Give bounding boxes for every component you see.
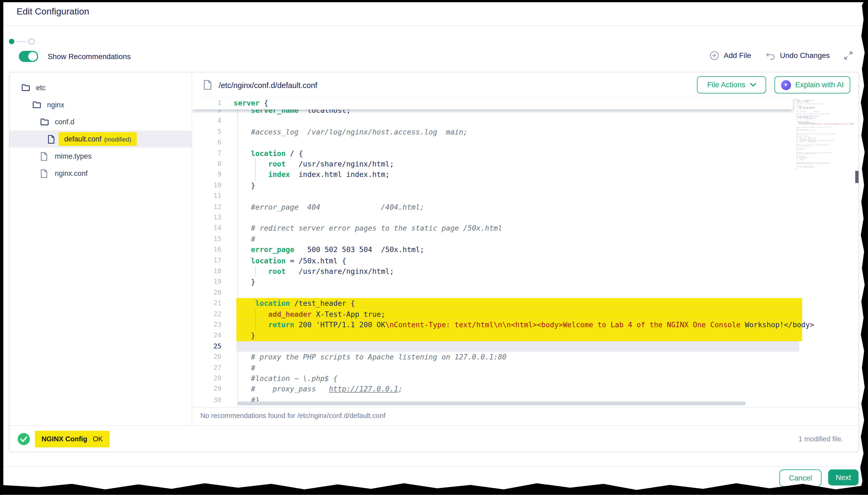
screenshot-edge-left bbox=[0, 0, 3, 495]
modified-files-note: 1 modified file. bbox=[798, 435, 843, 443]
expand-icon bbox=[844, 52, 852, 60]
code-line-21[interactable]: 21 location /test_header { bbox=[192, 298, 859, 309]
nginx-config-status-badge: NGINX Config OK bbox=[35, 431, 109, 447]
tree-item-label: mime.types bbox=[55, 152, 92, 160]
code-line-20[interactable]: 20 bbox=[192, 288, 859, 298]
undo-changes-button[interactable]: Undo Changes bbox=[766, 51, 830, 60]
file-path: /etc/nginx/conf.d/default.conf bbox=[219, 81, 317, 89]
folder-icon bbox=[21, 83, 30, 92]
code-line-9[interactable]: 9 index index.html index.htm; bbox=[192, 169, 859, 180]
tree-item-label: conf.d bbox=[55, 118, 75, 126]
code-line-13[interactable]: 13 bbox=[192, 212, 859, 223]
file-icon bbox=[203, 80, 212, 90]
code-line-10[interactable]: 10 } bbox=[192, 180, 859, 191]
footer-divider bbox=[3, 466, 861, 466]
edit-configuration-dialog: Edit Configuration Show Recommendations … bbox=[0, 0, 868, 495]
sticky-scope-line: 1server { bbox=[192, 98, 793, 109]
config-editor-panel: etcnginxconf.ddefault.conf(modified)mime… bbox=[9, 72, 859, 452]
tree-item-default-conf[interactable]: default.conf(modified) bbox=[10, 131, 192, 148]
status-value: OK bbox=[93, 435, 103, 443]
code-line-18[interactable]: 18 root /usr/share/nginx/html; bbox=[192, 266, 859, 277]
code-line-26[interactable]: 26 # proxy the PHP scripts to Apache lis… bbox=[192, 352, 859, 362]
step-connector bbox=[16, 41, 27, 42]
code-line-5[interactable]: 5 #access_log /var/log/nginx/host.access… bbox=[192, 126, 859, 137]
step-2-dot bbox=[28, 38, 35, 45]
explain-with-ai-button[interactable]: ✦ Explain with AI bbox=[774, 76, 850, 93]
code-line-22[interactable]: 22 add_header X-Test-App true; bbox=[192, 309, 859, 320]
toggle-knob bbox=[28, 52, 37, 61]
code-line-29[interactable]: 29 # proxy_pass http://127.0.0.1; bbox=[192, 384, 859, 395]
modified-suffix: (modified) bbox=[104, 136, 131, 143]
code-line-17[interactable]: 17 location = /50x.html { bbox=[192, 255, 859, 266]
success-check-icon bbox=[18, 433, 30, 445]
file-actions-button[interactable]: File Actions bbox=[697, 76, 766, 93]
undo-changes-label: Undo Changes bbox=[780, 52, 830, 60]
step-indicator bbox=[9, 38, 35, 45]
selected-file-highlight: default.conf(modified) bbox=[59, 132, 137, 146]
vertical-scrollbar-thumb[interactable] bbox=[855, 171, 859, 183]
screenshot-edge-bottom bbox=[0, 480, 868, 495]
code-line-8[interactable]: 8 root /usr/share/nginx/html; bbox=[192, 159, 859, 169]
code-line-4[interactable]: 4 bbox=[192, 116, 859, 126]
recommendations-bar: No recommendations found for /etc/nginx/… bbox=[192, 407, 859, 425]
code-line-28[interactable]: 28 #location ~ \.php$ { bbox=[192, 373, 859, 384]
tree-item-nginx-conf[interactable]: nginx.conf bbox=[10, 165, 192, 182]
tree-item-label: nginx.conf bbox=[55, 169, 87, 177]
chevron-down-icon bbox=[750, 83, 756, 87]
tree-item-nginx[interactable]: nginx bbox=[10, 96, 192, 113]
file-icon bbox=[48, 135, 56, 143]
file-tree: etcnginxconf.ddefault.conf(modified)mime… bbox=[10, 72, 192, 425]
status-label: NGINX Config bbox=[42, 435, 87, 443]
code-editor[interactable]: 3 server_name localhost;45 #access_log /… bbox=[192, 98, 859, 407]
config-status-bar: NGINX Config OK 1 modified file. bbox=[10, 425, 858, 452]
tree-item-label: nginx bbox=[47, 101, 64, 109]
show-recommendations-label: Show Recommendations bbox=[48, 52, 131, 61]
horizontal-scrollbar-thumb[interactable] bbox=[238, 401, 746, 405]
code-line-16[interactable]: 16 error_page 500 502 503 504 /50x.html; bbox=[192, 244, 859, 255]
code-line-11[interactable]: 11 bbox=[192, 191, 859, 202]
header-divider bbox=[3, 25, 861, 26]
file-actions-label: File Actions bbox=[707, 81, 745, 89]
add-file-button[interactable]: Add File bbox=[710, 51, 751, 61]
tree-item-conf-d[interactable]: conf.d bbox=[10, 113, 192, 131]
expand-dialog-button[interactable] bbox=[844, 52, 852, 60]
plus-circle-icon bbox=[710, 51, 719, 61]
step-1-dot-active bbox=[9, 39, 15, 44]
show-recommendations-toggle[interactable] bbox=[19, 51, 38, 62]
tree-item-label: default.conf bbox=[64, 135, 101, 143]
screenshot-edge-right bbox=[859, 0, 868, 495]
code-line-27[interactable]: 27 # bbox=[192, 362, 859, 373]
explain-ai-label: Explain with AI bbox=[795, 81, 844, 89]
code-line-7[interactable]: 7 location / { bbox=[192, 148, 859, 159]
add-file-label: Add File bbox=[724, 52, 751, 60]
editor-minimap[interactable]: server { listen 80 default_server; serve… bbox=[795, 99, 854, 331]
ai-sparkle-icon: ✦ bbox=[781, 80, 791, 90]
page-title: Edit Configuration bbox=[17, 6, 89, 17]
no-recommendations-text: No recommendations found for /etc/nginx/… bbox=[200, 412, 386, 420]
tree-item-mime-types[interactable]: mime.types bbox=[10, 148, 192, 165]
folder-icon bbox=[40, 118, 49, 126]
code-line-14[interactable]: 14 # redirect server error pages to the … bbox=[192, 223, 859, 234]
code-line-24[interactable]: 24 } bbox=[192, 330, 859, 341]
code-line-6[interactable]: 6 bbox=[192, 137, 859, 148]
folder-icon bbox=[33, 100, 42, 109]
code-line-12[interactable]: 12 #error_page 404 /404.html; bbox=[192, 202, 859, 212]
file-icon bbox=[40, 169, 49, 178]
editor-header: /etc/nginx/conf.d/default.conf File Acti… bbox=[192, 72, 858, 98]
tree-item-label: etc bbox=[36, 84, 46, 92]
tree-item-etc[interactable]: etc bbox=[10, 79, 192, 96]
code-line-15[interactable]: 15 # bbox=[192, 234, 859, 244]
code-line-19[interactable]: 19 } bbox=[192, 277, 859, 288]
undo-icon bbox=[766, 51, 775, 60]
screenshot-edge-top bbox=[0, 0, 868, 2]
file-icon bbox=[40, 152, 49, 160]
code-line-23[interactable]: 23 return 200 'HTTP/1.1 200 OK\nContent-… bbox=[192, 320, 859, 330]
code-line-25[interactable]: 25 bbox=[192, 341, 859, 352]
